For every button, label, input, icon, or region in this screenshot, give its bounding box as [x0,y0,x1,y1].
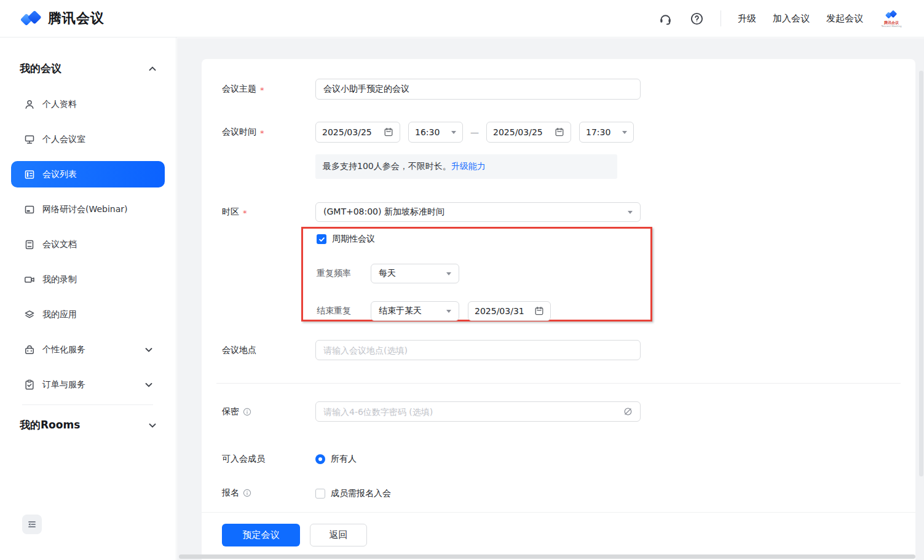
timezone-row: 时区 * (GMT+08:00) 新加坡标准时间 [222,202,915,222]
dropdown-arrow-icon [446,272,451,275]
my-rooms-title: 我的Rooms [20,418,80,432]
location-row: 会议地点 [222,340,915,360]
sidebar-item-docs[interactable]: 会议文档 [0,227,176,262]
sidebar-section-my-meetings[interactable]: 我的会议 [20,61,157,76]
chevron-up-icon [148,64,157,74]
topic-label: 会议主题 [222,84,256,95]
topic-label-wrap: 会议主题 * [222,79,315,95]
topic-input[interactable] [315,79,641,100]
sidebar-item-personalized[interactable]: 个性化服务 [0,332,176,367]
horizontal-scrollbar[interactable] [179,554,915,559]
schedule-meeting-form: 会议主题 * 会议时间 * 2025/03/25 [202,59,915,560]
end-repeat-select[interactable]: 结束于某天 [371,301,459,321]
chevron-down-icon [144,345,154,355]
check-icon [318,236,325,243]
eye-off-icon [623,406,633,417]
vertical-scrollbar[interactable] [919,71,923,476]
sidebar-item-label: 个人资料 [42,99,77,110]
top-header: 腾讯会议 升级 加入会议 发起会议 腾讯会议 [0,0,924,37]
timezone-label: 时区 [222,207,239,218]
end-date-picker[interactable]: 2025/03/25 [486,122,571,143]
sidebar-section-my-rooms[interactable]: 我的Rooms [0,408,176,443]
tencent-meeting-logo-icon [20,9,43,29]
user-icon [23,98,35,110]
location-label-wrap: 会议地点 [222,340,315,356]
schedule-meeting-button[interactable]: 预定会议 [222,524,300,546]
video-camera-icon [23,274,35,285]
end-date-value: 2025/03/25 [493,127,543,137]
frequency-select[interactable]: 每天 [371,264,459,283]
sidebar-item-webinar[interactable]: 网络研讨会(Webinar) [0,192,176,227]
end-repeat-value: 结束于某天 [379,306,422,317]
sidebar-item-label: 会议文档 [42,239,77,250]
collapse-sidebar-button[interactable] [22,515,42,534]
timezone-label-wrap: 时区 * [222,202,315,218]
layers-icon [23,309,35,320]
location-label: 会议地点 [222,345,256,356]
password-row: 保密 [222,401,915,422]
recurring-checkbox-row[interactable]: 周期性会议 [317,232,650,246]
registration-checkbox-row[interactable]: 成员需报名入会 [315,487,391,500]
chevron-down-icon [144,380,154,390]
document-icon [23,239,35,250]
start-date-picker[interactable]: 2025/03/25 [315,122,400,143]
calendar-icon [384,127,393,137]
help-icon[interactable] [689,11,704,26]
end-repeat-label: 结束重复 [317,306,371,317]
recurring-checkbox-checked[interactable] [317,234,326,244]
app-logo[interactable]: 腾讯会议 [20,9,105,29]
time-label-wrap: 会议时间 * [222,122,315,138]
briefcase-icon [23,344,35,355]
registration-checkbox-unchecked[interactable] [315,489,325,499]
start-meeting-link[interactable]: 发起会议 [826,13,863,25]
password-visibility-toggle[interactable] [623,406,633,419]
members-everyone-option[interactable]: 所有人 [315,453,357,465]
sidebar-item-orders[interactable]: 订单与服务 [0,367,176,402]
radio-selected-icon[interactable] [315,454,325,464]
time-label: 会议时间 [222,127,256,138]
time-range-separator: — [470,127,479,137]
sidebar-divider [22,404,153,405]
info-icon [243,489,251,497]
upgrade-link[interactable]: 升级 [738,13,756,25]
sidebar: 我的会议 个人资料 个人会议室 会议列表 [0,37,176,560]
dropdown-arrow-icon [446,310,451,313]
form-actions: 预定会议 返回 [222,524,915,546]
sidebar-item-label: 网络研讨会(Webinar) [42,204,128,215]
support-headset-icon[interactable] [658,11,673,26]
my-meetings-title: 我的会议 [20,61,61,76]
end-repeat-date-picker[interactable]: 2025/03/31 [468,301,551,321]
avatar-caption: 腾讯会议 [884,20,899,25]
footer-divider [202,512,915,513]
timezone-select[interactable]: (GMT+08:00) 新加坡标准时间 [315,202,641,222]
timezone-value: (GMT+08:00) 新加坡标准时间 [323,207,444,218]
dropdown-arrow-icon [628,211,633,214]
calendar-icon [534,306,544,316]
members-row: 可入会成员 所有人 [222,453,915,465]
dropdown-arrow-icon [451,131,456,134]
start-time-picker[interactable]: 16:30 [408,122,463,143]
sidebar-item-label: 会议列表 [42,169,77,180]
header-divider [721,10,721,26]
sidebar-item-meeting-list[interactable]: 会议列表 [11,161,165,187]
avatar-subcaption: Tencent Meeting [882,25,902,28]
location-input[interactable] [315,340,641,360]
meeting-room-icon [23,133,35,145]
back-button[interactable]: 返回 [310,524,367,546]
user-avatar[interactable]: 腾讯会议 Tencent Meeting [880,6,903,31]
end-time-picker[interactable]: 17:30 [579,122,634,143]
password-input[interactable] [315,401,641,422]
upgrade-capability-link[interactable]: 升级能力 [451,161,486,172]
capacity-note: 最多支持100人参会，不限时长。升级能力 [315,154,617,179]
avatar-logo-icon [884,9,899,20]
join-meeting-link[interactable]: 加入会议 [773,13,810,25]
time-row: 会议时间 * 2025/03/25 16:30 — [222,122,915,143]
registration-label-wrap: 报名 [222,487,315,499]
registration-label: 报名 [222,487,239,499]
sidebar-item-apps[interactable]: 我的应用 [0,297,176,332]
chevron-down-icon [148,420,157,430]
sidebar-item-profile[interactable]: 个人资料 [0,87,176,122]
members-label-wrap: 可入会成员 [222,453,315,465]
sidebar-item-recordings[interactable]: 我的录制 [0,262,176,297]
sidebar-item-personal-room[interactable]: 个人会议室 [0,122,176,157]
